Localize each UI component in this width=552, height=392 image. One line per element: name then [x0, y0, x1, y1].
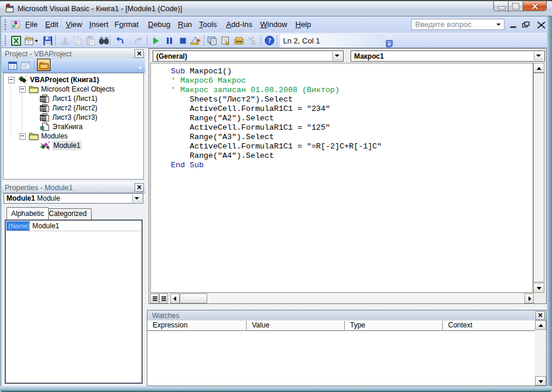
- svg-text:?: ?: [268, 37, 271, 44]
